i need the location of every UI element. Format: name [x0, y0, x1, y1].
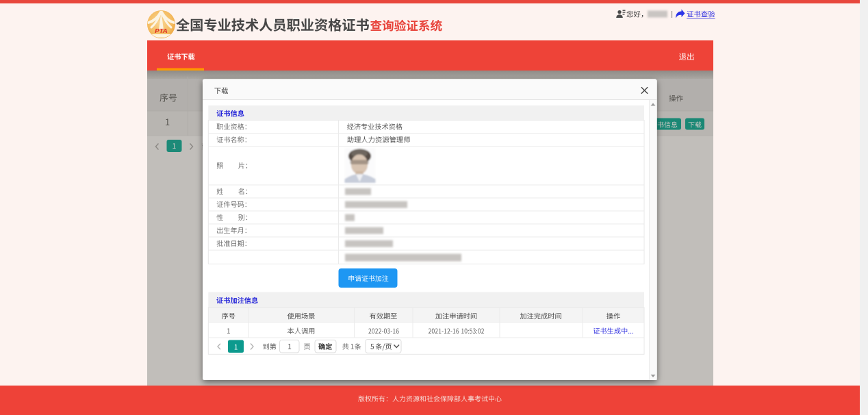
- svg-text:PTA: PTA: [155, 27, 168, 34]
